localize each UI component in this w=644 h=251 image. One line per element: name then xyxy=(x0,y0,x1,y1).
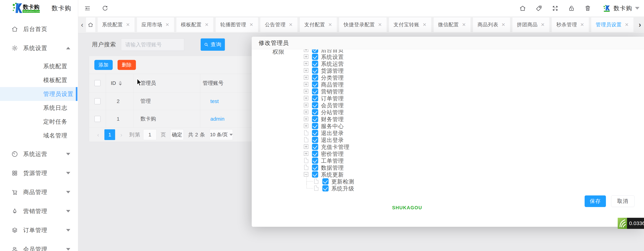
tab-item[interactable]: 轮播图管理✕ xyxy=(216,18,258,32)
tab-item[interactable]: 公告管理✕ xyxy=(260,18,298,32)
sidebar-item-marketing-management[interactable]: 营销管理 xyxy=(0,202,78,221)
expand-plus-icon[interactable] xyxy=(304,82,308,86)
expand-plus-icon[interactable] xyxy=(304,117,308,121)
expand-plus-icon[interactable] xyxy=(304,68,308,73)
sidebar-item-template-config[interactable]: 模板配置 xyxy=(0,73,78,87)
checkbox-checked[interactable] xyxy=(312,102,318,108)
expand-plus-icon[interactable] xyxy=(304,144,308,149)
tabs-scroll-left-icon[interactable]: ‹ xyxy=(78,21,86,29)
sidebar-item-cron-tasks[interactable]: 定时任务 xyxy=(0,115,78,128)
row-checkbox[interactable] xyxy=(94,116,100,122)
checkbox-checked[interactable] xyxy=(312,150,318,157)
tree-node[interactable]: 商品管理 xyxy=(252,81,460,88)
checkbox-checked[interactable] xyxy=(312,81,318,88)
tab-close-icon[interactable]: ✕ xyxy=(328,22,332,28)
tab-close-icon[interactable]: ✕ xyxy=(422,22,427,28)
tab-close-icon[interactable]: ✕ xyxy=(249,22,254,28)
tree-node[interactable]: 数据管理 xyxy=(252,164,460,171)
checkbox-checked[interactable] xyxy=(312,171,318,178)
checkbox-checked[interactable] xyxy=(312,88,318,94)
checkbox-checked[interactable] xyxy=(312,95,318,102)
tree-node[interactable]: 后台首页 xyxy=(252,50,460,53)
expand-plus-icon[interactable] xyxy=(304,110,308,114)
checkbox-checked[interactable] xyxy=(312,54,318,60)
expand-plus-icon[interactable] xyxy=(304,124,308,128)
tag-icon[interactable] xyxy=(536,5,542,12)
tab-item[interactable]: 系统配置✕ xyxy=(98,18,135,32)
sidebar-item-domain-management[interactable]: 域名管理 xyxy=(0,128,78,142)
tab-close-icon[interactable]: ✕ xyxy=(378,22,382,28)
search-button[interactable]: 查询 xyxy=(201,38,225,51)
tab-close-icon[interactable]: ✕ xyxy=(541,22,545,28)
tree-node[interactable]: 充值卡管理 xyxy=(252,143,460,150)
collapse-minus-icon[interactable] xyxy=(304,172,308,176)
debug-trace-badge[interactable]: 0.0336 xyxy=(618,218,644,229)
checkbox-checked[interactable] xyxy=(312,123,318,129)
tree-node[interactable]: 退出登录 xyxy=(252,136,460,143)
tab-item[interactable]: 支付配置✕ xyxy=(300,18,337,32)
goto-confirm-button[interactable]: 确定 xyxy=(170,129,184,140)
save-button[interactable]: 保存 xyxy=(584,196,606,207)
tab-item[interactable]: 快捷登录配置✕ xyxy=(339,18,386,32)
expand-plus-icon[interactable] xyxy=(304,103,308,107)
tree-node[interactable]: 密价管理 xyxy=(252,150,460,157)
checkbox-checked[interactable] xyxy=(312,144,318,150)
page-current[interactable]: 1 xyxy=(104,129,115,140)
expand-plus-icon[interactable] xyxy=(304,50,308,52)
tab-close-icon[interactable]: ✕ xyxy=(501,22,506,28)
fullscreen-icon[interactable] xyxy=(552,5,558,12)
checkbox-checked[interactable] xyxy=(312,109,318,115)
tree-node[interactable]: 系统更新 xyxy=(252,171,460,178)
cell-account-link[interactable]: admin xyxy=(210,116,224,122)
search-input[interactable] xyxy=(121,38,184,51)
tab-close-icon[interactable]: ✕ xyxy=(165,22,170,28)
expand-plus-icon[interactable] xyxy=(304,96,308,100)
sidebar-item-goods-management[interactable]: 商品管理 xyxy=(0,182,78,202)
tab-item[interactable]: 支付宝转账✕ xyxy=(389,18,431,32)
sidebar-item-system-config[interactable]: 系统配置 xyxy=(0,59,78,73)
delete-button[interactable]: 删除 xyxy=(118,60,136,70)
tab-item[interactable]: 拼团商品✕ xyxy=(512,18,550,32)
goto-page-input[interactable] xyxy=(143,129,156,140)
page-next-icon[interactable]: › xyxy=(118,132,124,138)
tree-node[interactable]: 财务管理 xyxy=(252,116,460,122)
sidebar-item-home[interactable]: 后台首页 xyxy=(0,20,78,38)
lock-icon[interactable] xyxy=(568,5,575,12)
add-button[interactable]: 添加 xyxy=(94,60,113,70)
tree-node[interactable]: 系统运营 xyxy=(252,60,460,67)
sidebar-item-order-management[interactable]: 订单管理 xyxy=(0,221,78,240)
tree-node[interactable]: 服务中心 xyxy=(252,122,460,130)
tab-close-icon[interactable]: ✕ xyxy=(580,22,584,28)
tree-node-child[interactable]: 系统升级 xyxy=(252,185,460,192)
tab-item[interactable]: 商品列表✕ xyxy=(473,18,510,32)
sidebar-item-supply-management[interactable]: 货源管理 xyxy=(0,164,78,182)
sidebar-item-admin-settings[interactable]: 管理员设置 xyxy=(0,87,78,101)
tree-node[interactable]: 营销管理 xyxy=(252,88,460,95)
tree-node[interactable]: 会员管理 xyxy=(252,102,460,109)
expand-plus-icon[interactable] xyxy=(304,75,308,80)
row-checkbox[interactable] xyxy=(94,98,100,104)
refresh-icon[interactable] xyxy=(102,5,108,12)
page-size-select[interactable]: 10 条/页 xyxy=(210,129,233,140)
tab-item[interactable]: 应用市场✕ xyxy=(137,18,174,32)
expand-plus-icon[interactable] xyxy=(304,151,308,156)
user-menu[interactable]: 数卡购 xyxy=(603,4,640,12)
collapse-sidebar-icon[interactable] xyxy=(84,5,91,12)
checkbox-checked[interactable] xyxy=(312,60,318,67)
tree-node[interactable]: 工单管理 xyxy=(252,157,460,164)
tree-node[interactable]: 分类管理 xyxy=(252,74,460,81)
checkbox-checked[interactable] xyxy=(312,50,318,53)
tab-item-active[interactable]: 管理员设置✕ xyxy=(591,18,634,32)
cancel-button[interactable]: 取消 xyxy=(611,196,634,207)
brand-logo[interactable]: 数卡购 ShuKaGou.Com 数卡购 xyxy=(0,0,78,16)
tab-close-icon[interactable]: ✕ xyxy=(126,22,130,28)
checkbox-checked[interactable] xyxy=(312,68,318,74)
tree-node[interactable]: 订单管理 xyxy=(252,95,460,102)
tree-node[interactable]: 退出登录 xyxy=(252,130,460,136)
column-header-name[interactable]: 管理员 xyxy=(134,74,200,92)
tree-node[interactable]: 系统设置 xyxy=(252,53,460,60)
tab-close-icon[interactable]: ✕ xyxy=(205,22,209,28)
expand-plus-icon[interactable] xyxy=(304,89,308,94)
column-header-id[interactable]: ID xyxy=(106,74,134,92)
expand-plus-icon[interactable] xyxy=(304,61,308,66)
